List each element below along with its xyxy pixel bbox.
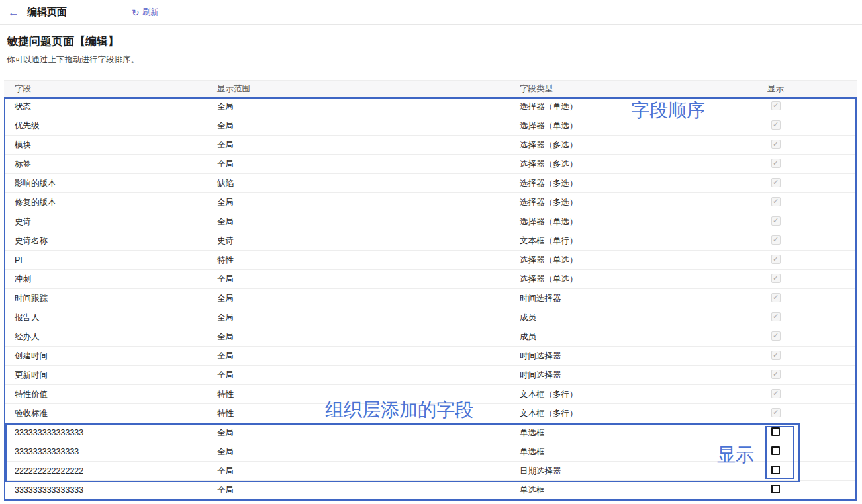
field-cell: 经办人 — [4, 331, 217, 343]
scope-cell: 全局 — [217, 197, 520, 208]
display-checkbox — [771, 331, 781, 341]
field-cell: 模块 — [4, 140, 217, 151]
table-row[interactable]: 经办人 全局 成员 — [4, 327, 857, 347]
display-checkbox — [771, 370, 781, 379]
display-cell — [757, 466, 857, 476]
type-cell: 选择器（多选） — [520, 159, 757, 170]
display-cell — [757, 274, 857, 285]
table-row[interactable]: 标签 全局 选择器（多选） — [4, 155, 857, 174]
type-cell: 单选框 — [520, 427, 757, 439]
table-row[interactable]: 报告人 全局 成员 — [4, 308, 857, 327]
table-row[interactable]: 模块 全局 选择器（多选） — [4, 136, 857, 155]
table-row[interactable]: 333333333333333 全局 单选框 — [4, 481, 857, 500]
type-cell: 文本框（多行） — [520, 408, 757, 419]
field-cell: 222222222222222 — [4, 466, 217, 476]
display-checkbox — [771, 408, 781, 417]
display-cell — [757, 389, 857, 400]
display-checkbox[interactable] — [771, 466, 780, 474]
display-cell — [757, 351, 857, 362]
display-cell — [757, 485, 857, 495]
scope-cell: 全局 — [217, 466, 520, 477]
scope-cell: 全局 — [217, 427, 520, 439]
field-cell: 史诗 — [4, 216, 217, 228]
table-row[interactable]: 特性价值 特性 文本框（多行） — [4, 385, 857, 404]
table-row[interactable]: 修复的版本 全局 选择器（多选） — [4, 193, 857, 212]
table-row[interactable]: 影响的版本 缺陷 选择器（多选） — [4, 174, 857, 193]
display-cell — [757, 197, 857, 208]
field-cell: 33333333333333 — [4, 447, 217, 456]
field-cell: 创建时间 — [4, 351, 217, 362]
display-cell — [757, 446, 857, 457]
display-cell — [757, 120, 857, 132]
display-cell — [757, 178, 857, 189]
scope-cell: 全局 — [217, 120, 520, 132]
display-cell — [757, 293, 857, 304]
display-cell — [757, 255, 857, 266]
scope-cell: 全局 — [217, 331, 520, 343]
page-subtitle: 你可以通过上下拖动进行字段排序。 — [7, 54, 862, 65]
field-cell: 更新时间 — [4, 370, 217, 381]
scope-cell: 全局 — [217, 446, 520, 458]
field-cell: 时间跟踪 — [4, 293, 217, 304]
type-cell: 选择器（多选） — [520, 197, 757, 208]
topbar-title: 编辑页面 — [27, 6, 67, 19]
fields-table: 字段 显示范围 字段类型 显示 状态 全局 选择器（单选） 优先级 全局 选择器… — [4, 80, 857, 500]
type-cell: 成员 — [520, 331, 757, 343]
field-cell: 验收标准 — [4, 408, 217, 419]
field-cell: 333333333333333 — [4, 485, 217, 495]
type-cell: 单选框 — [520, 485, 757, 496]
table-row[interactable]: 222222222222222 全局 日期选择器 — [4, 462, 857, 481]
table-header-row: 字段 显示范围 字段类型 显示 — [4, 80, 857, 97]
column-header-type: 字段类型 — [520, 83, 757, 95]
display-cell — [757, 159, 857, 170]
display-checkbox — [771, 274, 781, 283]
display-cell — [757, 216, 857, 228]
table-row[interactable]: 更新时间 全局 时间选择器 — [4, 366, 857, 385]
field-cell: 史诗名称 — [4, 235, 217, 247]
display-cell — [757, 370, 857, 381]
table-row[interactable]: 时间跟踪 全局 时间选择器 — [4, 289, 857, 308]
table-row[interactable]: 创建时间 全局 时间选择器 — [4, 347, 857, 366]
table-row[interactable]: 333333333333333 全局 单选框 — [4, 423, 857, 442]
scope-cell: 全局 — [217, 485, 520, 496]
type-cell: 选择器（多选） — [520, 140, 757, 151]
type-cell: 单选框 — [520, 446, 757, 458]
scope-cell: 缺陷 — [217, 178, 520, 189]
field-cell: 报告人 — [4, 312, 217, 323]
type-cell: 时间选择器 — [520, 293, 757, 304]
display-checkbox[interactable] — [771, 446, 780, 455]
display-checkbox — [771, 216, 781, 226]
table-row[interactable]: 冲刺 全局 选择器（单选） — [4, 270, 857, 289]
table-row[interactable]: 状态 全局 选择器（单选） — [4, 97, 857, 116]
table-row[interactable]: 史诗名称 史诗 文本框（单行） — [4, 231, 857, 251]
back-arrow-icon[interactable]: ← — [8, 7, 19, 18]
table-row[interactable]: 33333333333333 全局 单选框 — [4, 442, 857, 462]
page-title: 敏捷问题页面【编辑】 — [7, 34, 862, 49]
display-cell — [757, 331, 857, 343]
type-cell: 时间选择器 — [520, 351, 757, 362]
scope-cell: 特性 — [217, 255, 520, 266]
table-row[interactable]: 史诗 全局 选择器（单选） — [4, 212, 857, 231]
column-header-field: 字段 — [4, 83, 217, 95]
display-cell — [757, 427, 857, 438]
display-cell — [757, 408, 857, 419]
type-cell: 文本框（多行） — [520, 389, 757, 400]
display-checkbox[interactable] — [771, 427, 780, 436]
scope-cell: 全局 — [217, 140, 520, 151]
table-row[interactable]: 优先级 全局 选择器（单选） — [4, 116, 857, 136]
table-row[interactable]: 验收标准 特性 文本框（多行） — [4, 404, 857, 423]
field-cell: 状态 — [4, 101, 217, 112]
table-row[interactable]: PI 特性 选择器（单选） — [4, 251, 857, 270]
field-cell: 333333333333333 — [4, 428, 217, 437]
display-checkbox[interactable] — [771, 485, 780, 493]
type-cell: 选择器（单选） — [520, 255, 757, 266]
display-checkbox — [771, 351, 781, 360]
scope-cell: 全局 — [217, 351, 520, 362]
display-checkbox — [771, 235, 781, 245]
refresh-button[interactable]: ↻ 刷新 — [132, 7, 159, 18]
scope-cell: 全局 — [217, 312, 520, 323]
type-cell: 选择器（单选） — [520, 101, 757, 112]
scope-cell: 全局 — [217, 293, 520, 304]
display-checkbox — [771, 197, 781, 206]
display-cell — [757, 235, 857, 247]
